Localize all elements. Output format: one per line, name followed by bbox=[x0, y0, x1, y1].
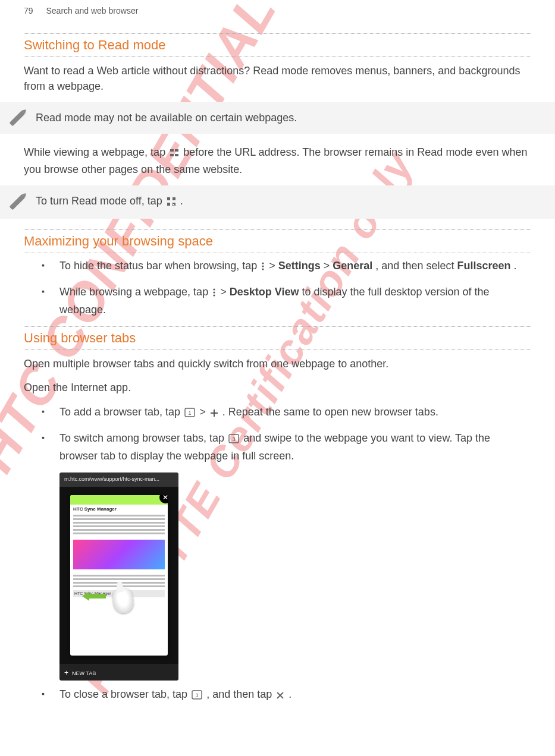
screenshot-card-title: HTC Sync Manager bbox=[70, 505, 168, 512]
svg-rect-6 bbox=[167, 203, 170, 206]
list-item: To close a browser tab, tap 3 , and then… bbox=[59, 686, 531, 704]
text: , and then select bbox=[375, 260, 457, 272]
svg-point-10 bbox=[262, 266, 264, 267]
note-text: Read mode may not be available on certai… bbox=[36, 112, 297, 124]
swipe-arrow-icon bbox=[82, 591, 107, 601]
divider bbox=[24, 56, 531, 57]
header-section: Search and web browser bbox=[46, 6, 138, 15]
pencil-icon bbox=[10, 110, 26, 126]
text: While browsing a webpage, tap bbox=[59, 286, 211, 298]
text: , and then tap bbox=[206, 688, 275, 700]
tabs-intro: Open multiple browser tabs and quickly s… bbox=[24, 356, 531, 371]
list-item: To add a browser tab, tap 1 > . Repeat t… bbox=[59, 404, 531, 422]
svg-text:3: 3 bbox=[233, 436, 236, 442]
heading-maximize: Maximizing your browsing space bbox=[24, 234, 531, 249]
menu-dots-icon bbox=[261, 260, 265, 276]
divider bbox=[24, 229, 531, 230]
tabs-1-icon: 1 bbox=[184, 406, 195, 422]
note-readmode-off: To turn Read mode off, tap . bbox=[0, 185, 555, 219]
svg-point-12 bbox=[214, 289, 215, 291]
list-item: To hide the status bar when browsing, ta… bbox=[59, 258, 531, 276]
pencil-icon bbox=[10, 194, 26, 210]
intro-read-mode: Want to read a Web article without distr… bbox=[24, 63, 531, 94]
svg-rect-2 bbox=[170, 154, 174, 156]
maximize-list: To hide the status bar when browsing, ta… bbox=[24, 258, 531, 318]
svg-point-14 bbox=[214, 295, 215, 297]
svg-rect-0 bbox=[170, 149, 174, 152]
svg-text:3: 3 bbox=[196, 692, 199, 698]
plus-icon bbox=[210, 406, 218, 422]
tabs-3-icon: 3 bbox=[192, 688, 202, 704]
text: > bbox=[324, 260, 333, 272]
divider bbox=[24, 349, 531, 350]
tabs-screenshot: m.htc.com/www/support/htc-sync-man... ✕ … bbox=[59, 472, 178, 681]
svg-text:1: 1 bbox=[189, 410, 192, 416]
svg-rect-5 bbox=[173, 197, 175, 200]
svg-rect-3 bbox=[175, 154, 178, 156]
menu-dots-icon bbox=[212, 286, 216, 302]
heading-read-mode: Switching to Read mode bbox=[24, 37, 531, 53]
text: To close a browser tab, tap bbox=[59, 688, 190, 700]
divider bbox=[24, 33, 531, 34]
fullscreen-label: Fullscreen bbox=[457, 260, 510, 272]
read-mode-off-icon bbox=[167, 197, 176, 209]
running-header: 79 Search and web browser bbox=[24, 6, 531, 15]
list-item: To switch among browser tabs, tap 3 and … bbox=[59, 430, 531, 464]
svg-rect-18 bbox=[211, 412, 218, 414]
svg-point-9 bbox=[262, 263, 264, 264]
tabs-list: To add a browser tab, tap 1 > . Repeat t… bbox=[24, 404, 531, 464]
text: > bbox=[220, 286, 230, 298]
svg-point-13 bbox=[214, 292, 215, 294]
note-readmode-availability: Read mode may not be available on certai… bbox=[0, 102, 555, 134]
divider bbox=[24, 326, 531, 327]
desktop-view-label: Desktop View bbox=[230, 286, 299, 298]
text: > bbox=[199, 406, 209, 418]
text: To switch among browser tabs, tap bbox=[59, 432, 227, 444]
general-label: General bbox=[333, 260, 372, 272]
text: . Repeat the same to open new browser ta… bbox=[222, 406, 438, 418]
page-content: 79 Search and web browser Switching to R… bbox=[0, 0, 555, 724]
text: To add a browser tab, tap bbox=[59, 406, 183, 418]
divider bbox=[24, 253, 531, 253]
readmode-instruction: While viewing a webpage, tap before the … bbox=[24, 144, 531, 177]
text: . bbox=[514, 260, 517, 272]
tabs-3-icon: 3 bbox=[228, 432, 239, 448]
text: > bbox=[269, 260, 278, 272]
read-mode-on-icon bbox=[170, 146, 179, 162]
heading-tabs: Using browser tabs bbox=[24, 330, 531, 346]
screenshot-urlbar: m.htc.com/www/support/htc-sync-man... bbox=[59, 472, 178, 487]
screenshot-tab-card: ✕ HTC Sync Manager HTC Sync Manager - H bbox=[70, 495, 168, 656]
text: . bbox=[289, 688, 291, 700]
svg-rect-1 bbox=[175, 149, 178, 152]
page-number: 79 bbox=[24, 6, 33, 15]
text: While viewing a webpage, tap bbox=[24, 146, 168, 158]
screenshot-newtab: NEW TAB bbox=[59, 664, 178, 681]
list-item: While browsing a webpage, tap > Desktop … bbox=[59, 284, 531, 318]
settings-label: Settings bbox=[278, 260, 321, 272]
text: To hide the status bar when browsing, ta… bbox=[59, 260, 260, 272]
tabs-list-2: To close a browser tab, tap 3 , and then… bbox=[24, 686, 531, 704]
note-text-before: To turn Read mode off, tap bbox=[36, 195, 165, 207]
close-x-icon bbox=[276, 688, 284, 704]
tabs-open-app: Open the Internet app. bbox=[24, 380, 531, 395]
note-text-after: . bbox=[180, 195, 183, 207]
svg-rect-4 bbox=[167, 197, 170, 200]
svg-point-11 bbox=[262, 269, 264, 270]
